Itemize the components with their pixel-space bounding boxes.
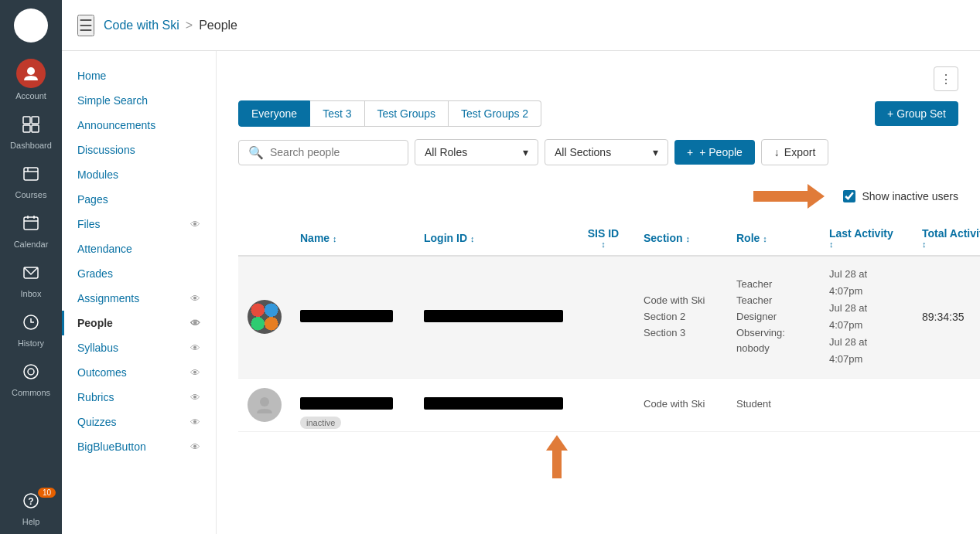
nav-commons-label: Commons	[12, 388, 50, 397]
tabs-row: Everyone Test 3 Test Groups Test Groups …	[238, 100, 958, 127]
sidebar-item-home[interactable]: Home	[62, 63, 216, 88]
sidebar-item-announcements[interactable]: Announcements	[62, 113, 216, 138]
row2-avatar-cell	[238, 378, 291, 431]
col-sis-header[interactable]: SIS ID ↕	[572, 221, 634, 256]
courses-icon	[22, 165, 39, 187]
show-inactive-checkbox[interactable]	[843, 190, 855, 202]
help-icon: ?	[22, 492, 39, 514]
svg-rect-13	[23, 125, 30, 132]
quizzes-visibility-icon: 👁	[190, 417, 200, 428]
syllabus-visibility-icon: 👁	[190, 342, 200, 354]
arrow-up-head	[546, 435, 568, 451]
arrow-up-shaft	[552, 451, 562, 478]
main-area: ☰ Code with Ski > People Home Simple Sea…	[62, 0, 980, 534]
sidebar-item-simple-search[interactable]: Simple Search	[62, 88, 216, 113]
row2-total-activity-cell	[913, 378, 980, 431]
row2-role-cell: Student	[727, 378, 820, 431]
sidebar-item-grades[interactable]: Grades	[62, 261, 216, 286]
col-login-header[interactable]: Login ID ↕	[415, 221, 572, 256]
sidebar-item-assignments[interactable]: Assignments 👁	[62, 286, 216, 311]
row2-sis-cell	[572, 378, 634, 431]
export-button[interactable]: ↓ Export	[761, 139, 828, 165]
tab-test3[interactable]: Test 3	[310, 100, 364, 127]
nav-item-account[interactable]: Account	[0, 51, 62, 108]
sidebar-item-discussions[interactable]: Discussions	[62, 138, 216, 162]
svg-line-8	[36, 19, 39, 22]
sidebar-item-pages[interactable]: Pages	[62, 187, 216, 212]
sidebar-item-files[interactable]: Files 👁	[62, 212, 216, 236]
nav-account-label: Account	[15, 91, 46, 100]
row2-avatar	[248, 388, 282, 422]
history-icon	[22, 314, 39, 335]
row2-section-cell: Code with Ski	[634, 378, 727, 431]
group-tabs: Everyone Test 3 Test Groups Test Groups …	[238, 100, 541, 127]
add-people-button[interactable]: + + People	[674, 140, 755, 165]
sidebar-item-outcomes[interactable]: Outcomes 👁	[62, 360, 216, 385]
top-bar: ☰ Code with Ski > People	[62, 0, 980, 51]
row2-login-cell	[415, 378, 572, 431]
row1-last-activity-cell: Jul 28 at 4:07pmJul 28 at 4:07pmJul 28 a…	[820, 256, 913, 378]
row1-login-redacted	[424, 310, 563, 322]
last-act-sort-icon: ↕	[829, 240, 903, 249]
row1-avatar	[248, 300, 282, 334]
sidebar-item-syllabus[interactable]: Syllabus 👁	[62, 335, 216, 360]
name-sort-icon: ↕	[333, 234, 337, 243]
files-visibility-icon: 👁	[190, 219, 200, 230]
total-act-sort-icon: ↕	[922, 240, 980, 249]
nav-item-inbox[interactable]: Inbox	[0, 257, 62, 306]
sections-filter[interactable]: All Sections ▾	[545, 139, 668, 165]
commons-icon	[22, 363, 39, 385]
breadcrumb-course-link[interactable]: Code with Ski	[104, 19, 179, 32]
export-icon: ↓	[774, 146, 780, 158]
filter-row: 🔍 All Roles ▾ All Sections ▾ +	[238, 139, 958, 165]
inactive-badge: inactive	[300, 417, 341, 429]
breadcrumb-separator: >	[186, 19, 193, 32]
row2-name-redacted	[300, 397, 393, 410]
left-navigation: Account Dashboard Courses Calendar	[0, 0, 62, 534]
sidebar-item-people[interactable]: People 👁	[62, 311, 216, 335]
nav-item-help[interactable]: 10 ? Help	[0, 485, 62, 534]
nav-item-commons[interactable]: Commons	[0, 355, 62, 405]
row1-role-cell: TeacherTeacher DesignerObserving: nobody	[727, 256, 820, 378]
app-logo[interactable]	[0, 0, 62, 51]
nav-item-dashboard[interactable]: Dashboard	[0, 108, 62, 158]
row1-login-cell	[415, 256, 572, 378]
chevron-down-icon-sections: ▾	[653, 146, 658, 158]
col-name-header[interactable]: Name ↕	[291, 221, 415, 256]
sidebar-item-quizzes[interactable]: Quizzes 👁	[62, 410, 216, 434]
col-total-activity-header[interactable]: Total Activity ↕	[913, 221, 980, 256]
show-inactive-text: Show inactive users	[862, 190, 958, 202]
nav-item-history[interactable]: History	[0, 306, 62, 355]
tab-test-groups[interactable]: Test Groups	[365, 100, 449, 127]
tab-everyone[interactable]: Everyone	[238, 100, 310, 127]
add-group-set-button[interactable]: + Group Set	[875, 101, 958, 126]
more-options-button[interactable]: ⋮	[934, 66, 958, 91]
row1-sis-cell	[572, 256, 634, 378]
sections-select[interactable]: All Sections	[555, 146, 647, 158]
col-section-header[interactable]: Section ↕	[634, 221, 727, 256]
bigbluebutton-visibility-icon: 👁	[190, 441, 200, 453]
content-area: Home Simple Search Announcements Discuss…	[62, 51, 980, 534]
menu-toggle-button[interactable]: ☰	[77, 15, 94, 36]
svg-point-24	[24, 365, 38, 379]
show-inactive-label[interactable]: Show inactive users	[843, 190, 958, 202]
sidebar-item-rubrics[interactable]: Rubrics 👁	[62, 385, 216, 410]
tab-test-groups-2[interactable]: Test Groups 2	[449, 100, 541, 127]
show-inactive-row: Show inactive users	[238, 184, 958, 209]
search-input[interactable]	[270, 146, 398, 158]
table-row: Code with SkiSection 2Section 3 TeacherT…	[238, 256, 980, 378]
roles-filter[interactable]: All Roles ▾	[415, 139, 538, 165]
sidebar-item-attendance[interactable]: Attendance	[62, 236, 216, 261]
nav-inbox-label: Inbox	[21, 289, 42, 298]
sidebar-item-bigbluebutton[interactable]: BigBlueButton 👁	[62, 434, 216, 459]
search-box: 🔍	[238, 140, 408, 165]
nav-item-courses[interactable]: Courses	[0, 158, 62, 207]
nav-item-calendar[interactable]: Calendar	[0, 207, 62, 257]
table-container: Name ↕ Login ID ↕ SIS ID ↕	[238, 221, 958, 432]
sidebar-item-modules[interactable]: Modules	[62, 162, 216, 187]
account-avatar	[16, 59, 46, 88]
roles-select[interactable]: All Roles	[425, 146, 517, 158]
col-last-activity-header[interactable]: Last Activity ↕	[820, 221, 913, 256]
col-role-header[interactable]: Role ↕	[727, 221, 820, 256]
breadcrumb-current-page: People	[199, 19, 237, 32]
